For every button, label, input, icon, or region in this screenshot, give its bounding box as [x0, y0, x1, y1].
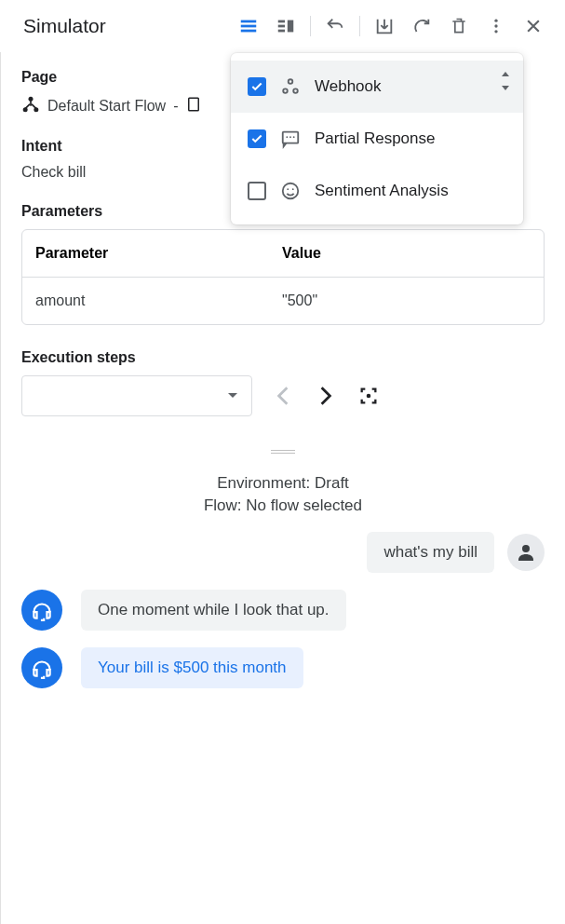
drag-handle[interactable]	[21, 450, 545, 454]
svg-point-21	[289, 136, 291, 138]
step-nav	[269, 382, 383, 410]
page-icon	[185, 95, 202, 117]
param-value: "500"	[282, 292, 531, 309]
smile-icon	[279, 180, 302, 202]
svg-rect-0	[241, 20, 257, 22]
dropdown-item-webhook[interactable]: Webhook	[231, 61, 523, 113]
undo-icon[interactable]	[322, 13, 348, 39]
svg-rect-2	[241, 29, 257, 32]
svg-point-9	[494, 30, 497, 33]
dropdown-item-partial-response[interactable]: Partial Response	[231, 113, 523, 165]
flow-name: Default Start Flow	[47, 98, 166, 115]
bot-bubble: One moment while I look that up.	[81, 590, 346, 631]
unfold-icon[interactable]	[499, 72, 512, 94]
prev-step-icon[interactable]	[269, 382, 297, 410]
col-parameter: Parameter	[35, 245, 282, 262]
execution-controls	[21, 375, 545, 416]
separator	[310, 16, 311, 36]
separator	[359, 16, 360, 36]
header: Simulator	[0, 0, 565, 52]
dropdown-label: Sentiment Analysis	[315, 182, 449, 200]
download-icon[interactable]	[371, 13, 397, 39]
checkbox-sentiment[interactable]	[248, 182, 266, 200]
dropdown-label: Partial Response	[315, 129, 435, 148]
simulator-title: Simulator	[23, 15, 235, 37]
options-dropdown: Webhook Partial Response Sentiment Analy…	[231, 53, 523, 224]
execution-label: Execution steps	[21, 349, 545, 366]
dropdown-label: Webhook	[315, 77, 382, 96]
svg-point-20	[286, 136, 288, 138]
svg-point-8	[494, 24, 497, 27]
svg-rect-1	[241, 24, 257, 27]
bot-avatar-icon	[21, 647, 62, 688]
bot-message: Your bill is $500 this month	[21, 647, 545, 688]
environment-info: Environment: Draft Flow: No flow selecte…	[21, 472, 545, 517]
delete-icon[interactable]	[446, 13, 472, 39]
bot-message: One moment while I look that up.	[21, 590, 545, 631]
chat-log: what's my bill One moment while I look t…	[21, 532, 545, 688]
svg-point-17	[283, 88, 288, 93]
more-icon[interactable]	[483, 13, 509, 39]
close-icon[interactable]	[520, 13, 546, 39]
svg-point-15	[522, 545, 530, 552]
user-message: what's my bill	[21, 532, 545, 573]
flow-line: Flow: No flow selected	[21, 495, 545, 517]
step-select[interactable]	[21, 375, 252, 416]
table-row: amount "500"	[22, 278, 544, 324]
toolbar	[235, 13, 546, 39]
user-bubble: what's my bill	[367, 532, 494, 573]
bot-avatar-icon	[21, 590, 62, 631]
user-avatar-icon	[507, 534, 545, 571]
svg-point-18	[293, 88, 298, 93]
svg-point-14	[367, 394, 371, 399]
svg-rect-6	[288, 20, 293, 32]
svg-point-25	[292, 188, 294, 190]
flow-icon	[21, 95, 40, 117]
message-icon	[279, 128, 302, 150]
svg-rect-3	[278, 20, 285, 22]
parameters-table: Parameter Value amount "500"	[21, 229, 545, 325]
env-line: Environment: Draft	[21, 472, 545, 495]
checkbox-webhook[interactable]	[248, 77, 266, 96]
refresh-icon[interactable]	[409, 13, 435, 39]
svg-rect-4	[278, 24, 285, 27]
bot-bubble-webhook: Your bill is $500 this month	[81, 647, 303, 688]
svg-rect-13	[189, 98, 199, 111]
svg-point-16	[289, 79, 293, 84]
svg-point-7	[494, 19, 497, 21]
focus-icon[interactable]	[355, 382, 383, 410]
next-step-icon[interactable]	[312, 382, 340, 410]
svg-point-23	[283, 183, 299, 199]
checkbox-partial-response[interactable]	[248, 129, 266, 148]
col-value: Value	[282, 245, 531, 262]
view-list-icon[interactable]	[235, 13, 262, 39]
table-header: Parameter Value	[22, 230, 544, 278]
webhook-icon	[279, 75, 302, 98]
view-split-icon[interactable]	[273, 13, 299, 39]
svg-rect-5	[278, 29, 285, 32]
param-name: amount	[35, 292, 282, 309]
breadcrumb-sep: -	[173, 98, 178, 115]
dropdown-item-sentiment[interactable]: Sentiment Analysis	[231, 165, 523, 217]
svg-point-24	[287, 188, 289, 190]
svg-point-22	[293, 136, 295, 138]
